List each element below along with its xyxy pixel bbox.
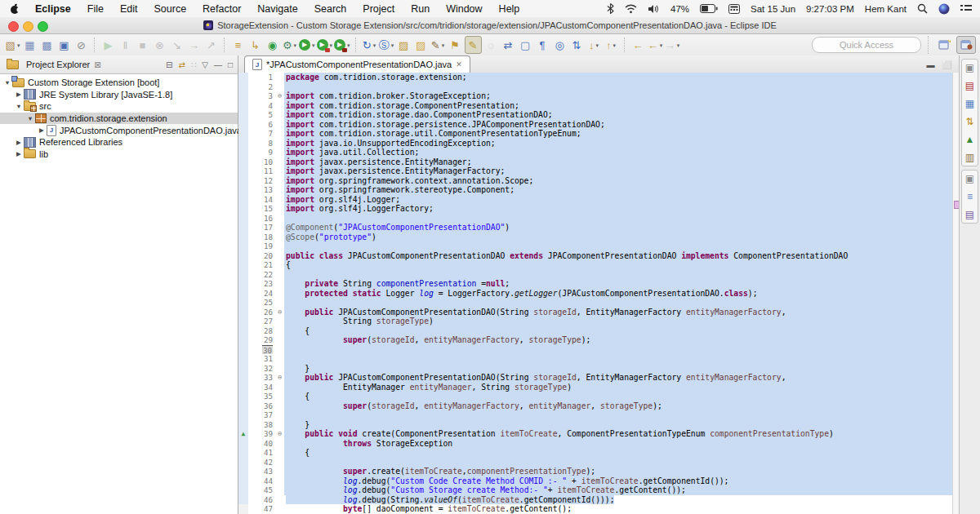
tree-caret-icon[interactable]: ▼ bbox=[3, 79, 11, 86]
tree-item[interactable]: ▼src bbox=[0, 100, 238, 113]
mark-occurrences-button[interactable]: ✎ bbox=[465, 36, 482, 54]
zoom-window-button[interactable] bbox=[38, 21, 48, 32]
restore-pane-icon[interactable]: ▣ bbox=[965, 174, 974, 184]
menubar-date[interactable]: Sat 15 Jun bbox=[751, 4, 795, 14]
view-menu-button[interactable]: ▽ bbox=[202, 60, 208, 69]
tab-close-icon[interactable]: ✕ bbox=[456, 60, 462, 69]
new-wizard-button[interactable]: ▧▾ bbox=[5, 37, 20, 53]
code-text: throws StorageException bbox=[284, 439, 953, 449]
call-hierarchy-icon[interactable]: ⇅ bbox=[965, 117, 973, 126]
menubar-user[interactable]: Hem Kant bbox=[865, 4, 906, 14]
tree-caret-icon[interactable]: ▶ bbox=[15, 139, 23, 146]
link-with-editor-button[interactable]: ⇄ bbox=[178, 60, 185, 69]
run-history-button[interactable]: ▶▾ bbox=[317, 37, 333, 53]
console-button[interactable]: ▣ bbox=[56, 37, 72, 53]
menu-item-edit[interactable]: Edit bbox=[112, 3, 146, 15]
open-file-button[interactable]: ▨ bbox=[413, 37, 429, 53]
fetch-down-button[interactable]: ↓▾ bbox=[586, 37, 602, 53]
menu-item-source[interactable]: Source bbox=[145, 3, 194, 15]
open-perspective-button[interactable] bbox=[935, 37, 953, 53]
fold-minus-icon[interactable]: ⊖ bbox=[275, 91, 284, 101]
fold-minus-icon[interactable]: ⊖ bbox=[275, 373, 284, 383]
menu-item-refactor[interactable]: Refactor bbox=[194, 3, 249, 15]
spotlight-search-icon[interactable] bbox=[917, 3, 928, 14]
collapse-all-button[interactable]: ⊟ bbox=[166, 60, 172, 69]
tab-editor-file[interactable]: J *JPACustomComponentPresentationDAO.jav… bbox=[244, 55, 470, 73]
menu-app-name[interactable]: Eclipse bbox=[27, 3, 79, 15]
tree-caret-icon[interactable]: ▶ bbox=[38, 126, 46, 134]
filters-button[interactable]: ∷ bbox=[191, 60, 196, 69]
minimize-editor-button[interactable]: ▬ bbox=[927, 60, 935, 69]
back-button[interactable]: ← bbox=[630, 37, 646, 53]
save-all-button[interactable]: ▩ bbox=[39, 37, 55, 53]
run-button[interactable]: ▶▾ bbox=[299, 37, 315, 53]
java-perspective-button[interactable] bbox=[956, 36, 976, 54]
menu-item-help[interactable]: Help bbox=[491, 3, 528, 15]
line-number: 18 bbox=[248, 233, 275, 242]
wifi-icon[interactable] bbox=[625, 4, 637, 14]
minimize-view-button[interactable]: — bbox=[214, 60, 222, 69]
pilcrow-button[interactable]: ¶ bbox=[535, 37, 550, 53]
menu-item-project[interactable]: Project bbox=[354, 3, 403, 15]
menu-item-file[interactable]: File bbox=[79, 3, 112, 15]
tree-item[interactable]: ▼Custom Storage Extension [boot] bbox=[0, 77, 238, 89]
annotate-button[interactable]: ✎▾ bbox=[430, 37, 446, 53]
tab-project-explorer[interactable]: Project Explorer ⊠ bbox=[0, 55, 107, 73]
fetch-up-button[interactable]: ↑▾ bbox=[604, 37, 619, 53]
maximize-editor-button[interactable]: ⬜ bbox=[942, 60, 952, 69]
build-all-button[interactable]: ↻▾ bbox=[362, 37, 377, 53]
templates-icon[interactable]: ▥ bbox=[965, 153, 974, 162]
run-favorites-button[interactable]: ≡ bbox=[230, 37, 246, 53]
open-type-button[interactable]: ⇄ bbox=[501, 37, 516, 53]
bluetooth-icon[interactable] bbox=[607, 3, 614, 14]
search-flag-button[interactable]: ⚑ bbox=[448, 37, 463, 53]
tree-caret-icon[interactable]: ▶ bbox=[15, 150, 23, 157]
tree-item[interactable]: ▶lib bbox=[0, 148, 238, 161]
web-browser-button[interactable]: ◎ bbox=[552, 37, 568, 53]
input-source-icon[interactable] bbox=[728, 4, 740, 14]
team-sync-button[interactable]: ⇅ bbox=[569, 37, 585, 53]
tree-caret-icon[interactable]: ▶ bbox=[15, 91, 23, 98]
spring-boot-button[interactable]: Ⓢ▾ bbox=[379, 37, 394, 53]
console-icon[interactable]: ▤ bbox=[965, 210, 974, 219]
menu-item-run[interactable]: Run bbox=[403, 3, 438, 15]
tree-item[interactable]: ▶JRE System Library [JavaSE-1.8] bbox=[0, 89, 238, 101]
tree-item[interactable]: ▶Referenced Libraries bbox=[0, 136, 238, 148]
maximize-view-button[interactable]: □ bbox=[228, 60, 233, 69]
tree-caret-icon[interactable]: ▼ bbox=[26, 115, 34, 122]
close-window-button[interactable] bbox=[8, 21, 19, 32]
external-tools-button[interactable]: ▶▾ bbox=[334, 37, 350, 53]
code-editor[interactable]: 1package com.tridion.storage.extension;2… bbox=[238, 73, 953, 514]
problems-icon[interactable]: ▦ bbox=[965, 99, 974, 109]
fold-minus-icon[interactable]: ⊖ bbox=[275, 429, 284, 439]
menu-item-navigate[interactable]: Navigate bbox=[249, 3, 305, 15]
fold-gutter bbox=[275, 185, 284, 195]
code-text bbox=[284, 298, 953, 308]
quick-access-input[interactable] bbox=[812, 37, 921, 53]
menubar-time[interactable]: 9:27:03 PM bbox=[806, 4, 854, 14]
apple-menu[interactable] bbox=[10, 3, 20, 15]
tree-item[interactable]: ▶JJPACustomComponentPresentationDAO.java bbox=[0, 124, 238, 136]
skip-breakpoints-button[interactable]: ⊘ bbox=[74, 37, 89, 53]
type-hierarchy-icon[interactable]: ▲ bbox=[965, 135, 975, 144]
notification-center-icon[interactable] bbox=[960, 4, 972, 13]
save-button[interactable]: ▦ bbox=[22, 37, 38, 53]
volume-icon[interactable] bbox=[648, 4, 660, 14]
menu-item-window[interactable]: Window bbox=[438, 3, 490, 15]
tree-caret-icon[interactable]: ▼ bbox=[15, 103, 23, 110]
outline-icon[interactable]: ≡ bbox=[967, 192, 973, 202]
debug-button[interactable]: ⚙▾ bbox=[282, 37, 297, 53]
menu-item-search[interactable]: Search bbox=[306, 3, 355, 15]
siri-icon[interactable] bbox=[938, 3, 950, 15]
run-config-button[interactable]: ↳ bbox=[247, 37, 263, 53]
terminate-active-button[interactable]: ◉ bbox=[265, 37, 280, 53]
back-history-button[interactable]: ←▾ bbox=[648, 37, 663, 53]
task-list-icon[interactable]: ▤ bbox=[965, 81, 974, 91]
show-selected-button[interactable]: ▢ bbox=[518, 37, 533, 53]
open-resource-button[interactable]: ▨ bbox=[396, 37, 412, 53]
tree-item[interactable]: ▼com.tridion.storage.extension bbox=[0, 113, 238, 125]
minimize-window-button[interactable] bbox=[23, 21, 33, 32]
restore-pane-icon[interactable]: ▣ bbox=[965, 63, 974, 73]
fold-minus-icon[interactable]: ⊖ bbox=[275, 308, 284, 317]
view-close-icon[interactable]: ⊠ bbox=[94, 60, 100, 69]
